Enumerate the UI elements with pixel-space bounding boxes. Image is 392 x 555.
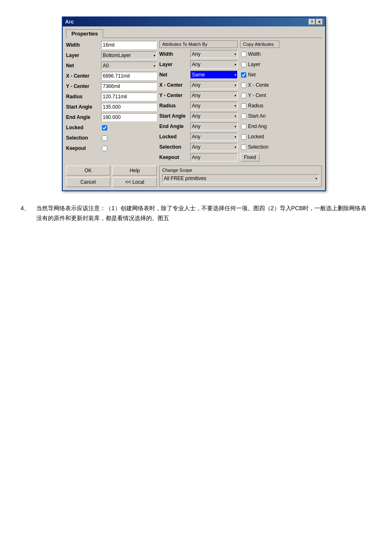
layer-select[interactable]: BottomLayer (101, 51, 157, 59)
copy-locked-checkbox[interactable] (241, 134, 246, 140)
copy-startangle-checkbox[interactable] (241, 114, 246, 119)
copy-endangle-row: End Ang (240, 122, 279, 131)
cancel-button[interactable]: Cancel (66, 177, 110, 187)
layer-row: Layer BottomLayer (66, 51, 157, 60)
copy-radius-row: Radius (240, 101, 279, 110)
match-endangle-select[interactable]: Any (190, 122, 238, 130)
dialog-body: Properties Width 16mil Layer (63, 26, 325, 190)
help-button[interactable]: Help (113, 166, 157, 176)
copy-xcenter-label: X - Cente (248, 82, 269, 88)
end-angle-text: 180.000 (103, 114, 120, 120)
match-locked-label: Locked (159, 134, 190, 140)
width-text: 16mil (103, 42, 115, 48)
match-layer-select[interactable]: Any (190, 60, 238, 69)
copy-ycenter-label: Y - Cent (248, 92, 266, 98)
selection-label: Selection (66, 135, 101, 141)
copy-locked-row: Locked (240, 132, 279, 141)
match-ycenter-select[interactable]: Any (190, 91, 238, 100)
end-angle-label: End Angle (66, 114, 101, 120)
net-select[interactable]: A0 (101, 62, 157, 70)
copy-startangle-row: Start An (240, 111, 279, 121)
match-radius-row: Radius Any (159, 101, 238, 110)
copy-net-checkbox[interactable] (241, 72, 246, 78)
copy-ycenter-checkbox[interactable] (241, 93, 246, 98)
copy-width-label: Width (248, 51, 261, 57)
copy-xcenter-checkbox[interactable] (241, 83, 246, 88)
start-angle-value: 135.000 (101, 103, 157, 111)
match-radius-select[interactable]: Any (190, 102, 238, 110)
match-xcenter-row: X - Center Any (159, 81, 238, 90)
ycenter-value: 7366mil (101, 82, 157, 90)
match-ycenter-value: Any (190, 91, 238, 100)
match-net-select[interactable]: Same (190, 71, 238, 79)
match-endangle-label: End Angle (159, 123, 190, 129)
xcenter-text: 6896.711mil (103, 73, 130, 79)
start-angle-text: 135.000 (103, 104, 120, 110)
radius-text: 120.711mil (103, 94, 127, 100)
match-width-select[interactable]: Any (190, 50, 238, 58)
net-select-wrapper: A0 (101, 62, 157, 70)
copy-selection-checkbox[interactable] (241, 145, 246, 150)
copy-width-row: Width (240, 50, 279, 59)
match-layer-row: Layer Any (159, 60, 238, 69)
radius-label: Radius (66, 94, 101, 100)
locked-checkbox[interactable] (102, 125, 107, 130)
match-net-value: Same (190, 71, 238, 79)
match-endangle-value: Any (190, 122, 238, 130)
close-title-button[interactable]: X (316, 19, 323, 25)
match-layer-value: Any (190, 60, 238, 69)
xcenter-label: X - Center (66, 73, 101, 79)
copy-radius-checkbox[interactable] (241, 103, 246, 109)
copy-width-checkbox[interactable] (241, 52, 246, 57)
selection-row: Selection (66, 133, 157, 142)
copy-locked-label: Locked (248, 134, 264, 140)
match-ycenter-label: Y - Center (159, 92, 190, 98)
copy-xcenter-row: X - Cente (240, 81, 279, 90)
ycenter-row: Y - Center 7366mil (66, 82, 157, 91)
copy-layer-checkbox[interactable] (241, 62, 246, 67)
help-title-button[interactable]: ? (309, 19, 315, 25)
dialog-title: Arc (65, 19, 74, 25)
copy-layer-label: Layer (248, 62, 260, 67)
article-item: 4、 当然导网络表示应该注意：（1）创建网络表时，除了专业人士，不要选择任何一项… (21, 204, 367, 223)
copy-endangle-checkbox[interactable] (241, 124, 246, 129)
tab-bar: Properties (66, 29, 322, 38)
properties-panel: Width 16mil Layer BottomLayer (66, 40, 157, 163)
match-net-row: Net Same (159, 70, 238, 79)
bottom-area: OK Help Cancel << Local Change Scope All (66, 166, 322, 187)
match-xcenter-value: Any (190, 81, 238, 89)
match-selection-label: Selection (159, 144, 190, 150)
width-row: Width 16mil (66, 40, 157, 50)
width-value: 16mil (101, 41, 157, 49)
local-button[interactable]: << Local (113, 177, 157, 187)
xcenter-row: X - Center 6896.711mil (66, 71, 157, 81)
match-startangle-value: Any (190, 112, 238, 120)
scope-select[interactable]: All FREE primitives (162, 174, 319, 183)
match-locked-row: Locked Any (159, 132, 238, 141)
copy-ycenter-row: Y - Cent (240, 91, 279, 100)
layer-select-wrapper: BottomLayer (101, 51, 157, 59)
match-startangle-select[interactable]: Any (190, 112, 238, 120)
match-radius-label: Radius (159, 103, 190, 109)
ycenter-text: 7366mil (103, 83, 120, 89)
page-container: Arc ? X Properties Width (8, 17, 380, 223)
copy-radius-label: Radius (248, 103, 263, 109)
match-xcenter-label: X - Center (159, 82, 190, 88)
properties-tab[interactable]: Properties (66, 29, 103, 38)
keepout-checkbox[interactable] (102, 146, 107, 151)
copy-selection-label: Selection (248, 144, 268, 150)
ok-button[interactable]: OK (66, 166, 110, 176)
match-width-label: Width (159, 51, 190, 57)
match-endangle-row: End Angle Any (159, 122, 238, 131)
keepout-label: Keepout (66, 145, 101, 151)
net-row: Net A0 (66, 61, 157, 70)
match-locked-select[interactable]: Any (190, 133, 238, 141)
fixed-button[interactable]: Fixed (240, 153, 260, 161)
properties-tab-label: Properties (71, 31, 98, 37)
match-selection-select[interactable]: Any (190, 143, 238, 151)
match-width-row: Width Any (159, 50, 238, 59)
match-xcenter-select[interactable]: Any (190, 81, 238, 89)
selection-checkbox[interactable] (102, 135, 107, 141)
copy-title: Copy Attributes (240, 40, 279, 48)
scope-select-wrapper: All FREE primitives (162, 174, 319, 183)
